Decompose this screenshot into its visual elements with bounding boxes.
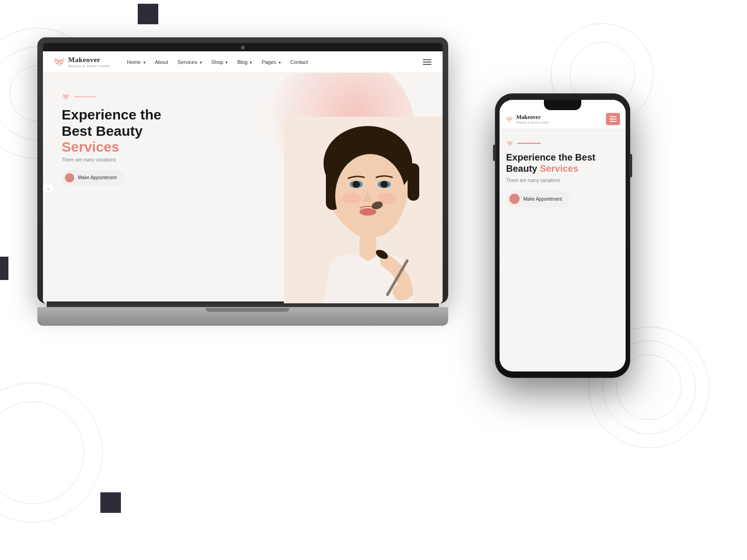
phone-hero: Experience the Best Beauty Services Ther… (500, 129, 626, 217)
laptop-bezel: Makeover Beauty & Salon center Home ▾ Ab… (43, 43, 443, 303)
phone-screen: Makeover Beauty & Salon center (500, 100, 626, 371)
nav-link-shop[interactable]: Shop ▾ (211, 59, 228, 65)
svg-point-31 (509, 117, 510, 118)
phone-device: Makeover Beauty & Salon center (495, 93, 630, 378)
phone-ornament-line (517, 143, 541, 144)
svg-point-24 (393, 283, 413, 300)
laptop-outer: Makeover Beauty & Salon center Home ▾ Ab… (37, 37, 448, 303)
laptop-appointment-btn[interactable]: 🛒 Make Appointment (62, 170, 124, 186)
hero-ornament-line (75, 97, 96, 98)
nav-link-contact[interactable]: Contact (290, 59, 308, 65)
phone-ornament-icon (506, 139, 514, 148)
svg-point-29 (506, 117, 509, 120)
phone-hero-subtext: There are many variations (506, 178, 619, 183)
phone-btn-icon: 🛒 (509, 194, 520, 204)
svg-point-8 (66, 94, 69, 98)
svg-point-35 (509, 141, 510, 142)
svg-point-21 (342, 193, 361, 204)
phone-volume-btn (493, 145, 495, 161)
laptop-hero-image (284, 117, 443, 303)
svg-point-7 (63, 94, 65, 98)
svg-point-33 (507, 141, 509, 144)
nav-link-services[interactable]: Services ▾ (177, 59, 202, 65)
laptop-logo: Makeover Beauty & Salon center (54, 56, 110, 68)
phone-outer: Makeover Beauty & Salon center (495, 93, 630, 378)
laptop-device: Makeover Beauty & Salon center Home ▾ Ab… (37, 37, 458, 355)
svg-point-34 (510, 141, 513, 144)
laptop-site-nav: Makeover Beauty & Salon center Home ▾ Ab… (43, 51, 443, 73)
hero-ornament (62, 91, 161, 102)
phone-logo-name: Makeover (516, 114, 549, 121)
laptop-hamburger[interactable] (423, 59, 431, 65)
svg-point-19 (381, 181, 388, 188)
phone-appointment-btn[interactable]: 🛒 Make Appointment (506, 190, 570, 207)
svg-rect-14 (408, 163, 419, 201)
laptop-logo-icon (54, 56, 64, 68)
nav-link-blog[interactable]: Blog ▾ (237, 59, 252, 65)
laptop-hero-subtext: There are many variations (62, 157, 161, 162)
phone-notch (544, 100, 581, 110)
laptop-logo-name: Makeover (68, 56, 110, 64)
nav-link-about[interactable]: About (155, 59, 169, 65)
laptop-hero: ‹ (43, 73, 443, 303)
laptop-screen: Makeover Beauty & Salon center Home ▾ Ab… (43, 51, 443, 303)
nav-link-home[interactable]: Home ▾ (127, 59, 145, 65)
svg-point-9 (65, 95, 66, 96)
laptop-nav-links: Home ▾ About Services ▾ Shop ▾ Blog ▾ Pa… (127, 59, 423, 65)
svg-point-20 (359, 208, 376, 216)
hero-ornament-icon (62, 91, 70, 102)
svg-rect-23 (359, 233, 376, 261)
laptop-hero-content: Experience the Best Beauty Services Ther… (62, 91, 161, 186)
phone-logo-sub: Beauty & Salon center (516, 121, 549, 124)
phone-hero-heading: Experience the Best Beauty Services (506, 152, 619, 174)
phone-logo-icon (505, 114, 514, 124)
svg-point-30 (510, 117, 513, 120)
laptop-camera (241, 46, 245, 49)
laptop-btn-icon: 🛒 (65, 173, 74, 182)
phone-hamburger-btn[interactable] (606, 113, 620, 125)
laptop-logo-sub: Beauty & Salon center (68, 64, 110, 68)
laptop-hero-heading: Experience the Best Beauty Services (62, 107, 161, 155)
phone-ornament (506, 139, 619, 148)
svg-point-18 (352, 181, 360, 188)
phone-side-btn (630, 154, 632, 177)
laptop-base-notch (205, 308, 289, 312)
nav-link-pages[interactable]: Pages ▾ (261, 59, 281, 65)
scene: Makeover Beauty & Salon center Home ▾ Ab… (0, 0, 747, 560)
phone-logo: Makeover Beauty & Salon center (505, 114, 549, 124)
svg-point-5 (59, 60, 60, 62)
hero-prev-arrow[interactable]: ‹ (43, 183, 53, 193)
